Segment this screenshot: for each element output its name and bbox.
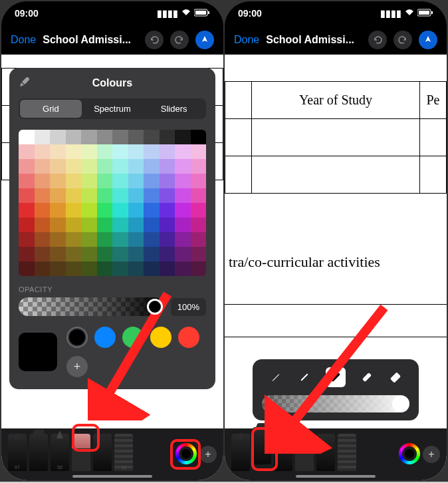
colour-cell[interactable] xyxy=(175,130,191,144)
colour-cell[interactable] xyxy=(144,159,160,174)
colour-cell[interactable] xyxy=(50,247,66,261)
swatch-red[interactable] xyxy=(178,327,199,348)
colour-cell[interactable] xyxy=(128,144,144,159)
colour-cell[interactable] xyxy=(175,261,191,276)
colour-cell[interactable] xyxy=(160,203,175,218)
colour-cell[interactable] xyxy=(191,174,207,188)
colour-cell[interactable] xyxy=(112,203,128,218)
colour-cell[interactable] xyxy=(128,203,144,218)
colour-cell[interactable] xyxy=(81,261,97,276)
colour-cell[interactable] xyxy=(50,261,66,276)
lasso-tool[interactable] xyxy=(93,434,112,471)
colour-cell[interactable] xyxy=(112,159,128,174)
colour-cell[interactable] xyxy=(19,159,35,174)
marker-tool[interactable] xyxy=(29,434,48,471)
colour-cell[interactable] xyxy=(97,203,113,218)
colour-cell[interactable] xyxy=(81,203,97,218)
swatch-green[interactable] xyxy=(122,327,144,348)
undo-button[interactable] xyxy=(368,31,387,49)
colour-cell[interactable] xyxy=(160,130,175,144)
opacity-value[interactable]: 100% xyxy=(171,298,206,316)
colour-cell[interactable] xyxy=(160,188,175,203)
tab-sliders[interactable]: Sliders xyxy=(143,100,205,118)
add-swatch-button[interactable]: + xyxy=(66,356,88,377)
colour-cell[interactable] xyxy=(175,174,191,188)
pencil-tool[interactable] xyxy=(274,434,292,471)
pencil-tool[interactable]: 50 xyxy=(51,434,69,471)
colour-cell[interactable] xyxy=(191,247,207,261)
colour-cell[interactable] xyxy=(112,174,128,188)
colour-cell[interactable] xyxy=(35,188,51,203)
colour-cell[interactable] xyxy=(175,232,191,247)
colour-cell[interactable] xyxy=(112,188,128,203)
colour-cell[interactable] xyxy=(160,174,175,188)
colour-cell[interactable] xyxy=(112,261,128,276)
colour-cell[interactable] xyxy=(191,203,207,218)
colour-cell[interactable] xyxy=(97,174,113,188)
colour-cell[interactable] xyxy=(19,144,35,159)
swatch-black[interactable] xyxy=(66,327,88,348)
colour-cell[interactable] xyxy=(81,188,97,203)
colour-cell[interactable] xyxy=(35,232,51,247)
colour-cell[interactable] xyxy=(50,232,66,247)
colour-cell[interactable] xyxy=(81,174,97,188)
colour-cell[interactable] xyxy=(128,159,144,174)
stroke-opacity-thumb[interactable] xyxy=(392,396,408,412)
ruler-tool[interactable]: 10 xyxy=(114,434,133,471)
colour-cell[interactable] xyxy=(175,188,191,203)
picker-mode-segmented-control[interactable]: Grid Spectrum Sliders xyxy=(19,98,206,119)
colour-cell[interactable] xyxy=(160,159,175,174)
colour-cell[interactable] xyxy=(35,159,51,174)
colour-well-button[interactable] xyxy=(399,443,420,464)
colour-cell[interactable] xyxy=(66,247,82,261)
colour-cell[interactable] xyxy=(35,218,51,232)
colour-cell[interactable] xyxy=(128,130,144,144)
tab-spectrum[interactable]: Spectrum xyxy=(82,100,144,118)
colour-cell[interactable] xyxy=(81,144,97,159)
colour-cell[interactable] xyxy=(191,188,207,203)
colour-cell[interactable] xyxy=(191,232,207,247)
colour-cell[interactable] xyxy=(144,232,160,247)
colour-cell[interactable] xyxy=(112,247,128,261)
colour-cell[interactable] xyxy=(81,159,97,174)
colour-cell[interactable] xyxy=(66,218,82,232)
colour-cell[interactable] xyxy=(97,144,113,159)
swatch-blue[interactable] xyxy=(94,327,116,348)
colour-cell[interactable] xyxy=(160,232,175,247)
colour-cell[interactable] xyxy=(66,159,82,174)
colour-cell[interactable] xyxy=(50,144,66,159)
colour-cell[interactable] xyxy=(160,144,175,159)
colour-cell[interactable] xyxy=(160,261,175,276)
done-button[interactable]: Done xyxy=(234,34,259,46)
lasso-tool[interactable] xyxy=(316,434,335,471)
colour-cell[interactable] xyxy=(81,232,97,247)
colour-well-button[interactable] xyxy=(175,443,197,464)
colour-cell[interactable] xyxy=(66,203,82,218)
nib-large[interactable] xyxy=(360,370,374,385)
nib-xlarge[interactable] xyxy=(388,370,403,385)
colour-cell[interactable] xyxy=(50,188,66,203)
tab-grid[interactable]: Grid xyxy=(20,100,82,118)
colour-cell[interactable] xyxy=(144,130,160,144)
colour-cell[interactable] xyxy=(128,247,144,261)
colour-cell[interactable] xyxy=(35,203,51,218)
undo-button[interactable] xyxy=(145,31,164,49)
colour-cell[interactable] xyxy=(50,159,66,174)
colour-cell[interactable] xyxy=(175,247,191,261)
colour-cell[interactable] xyxy=(191,218,207,232)
eraser-tool[interactable] xyxy=(72,434,90,471)
colour-cell[interactable] xyxy=(160,218,175,232)
colour-cell[interactable] xyxy=(144,261,160,276)
opacity-slider[interactable] xyxy=(19,297,164,316)
colour-cell[interactable] xyxy=(19,218,35,232)
colour-cell[interactable] xyxy=(144,144,160,159)
eraser-tool[interactable] xyxy=(295,434,314,471)
colour-cell[interactable] xyxy=(81,130,97,144)
opacity-thumb[interactable] xyxy=(147,299,163,315)
colour-cell[interactable] xyxy=(112,144,128,159)
colour-cell[interactable] xyxy=(35,261,51,276)
add-annotation-button[interactable]: + xyxy=(199,446,217,463)
colour-cell[interactable] xyxy=(97,159,113,174)
swatch-yellow[interactable] xyxy=(150,327,171,348)
colour-cell[interactable] xyxy=(66,144,82,159)
